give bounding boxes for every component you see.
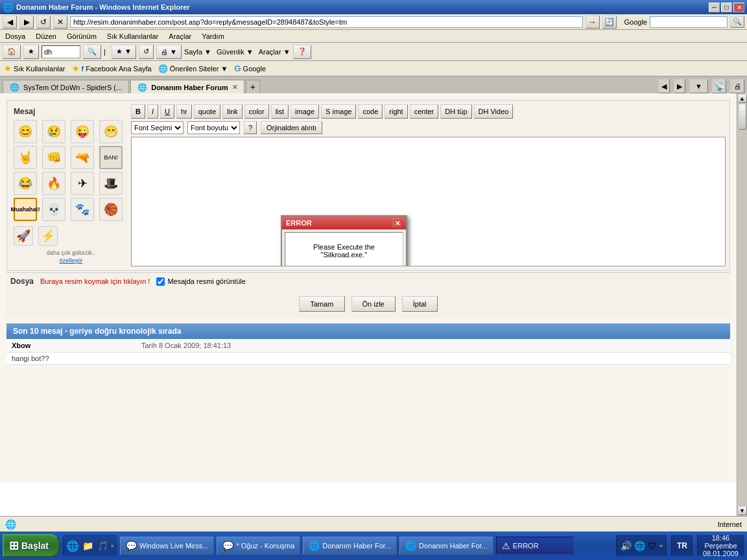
tab-1[interactable]: 🌐 Donanım Haber Forum ✕ — [130, 80, 244, 94]
back-button[interactable]: ◀ — [3, 16, 17, 29]
refresh-button[interactable]: ↺ — [36, 16, 51, 29]
taskbar-btn-3[interactable]: 🌐 Donanım Haber For... — [399, 537, 493, 555]
tab-nav-next[interactable]: ▶ — [674, 79, 685, 93]
forward-button[interactable]: ▶ — [19, 16, 34, 29]
taskbar-btn-1[interactable]: 💬 * Oğuz - Konuşma — [217, 537, 300, 555]
code-button[interactable]: code — [358, 104, 383, 119]
link-button[interactable]: link — [222, 104, 243, 119]
cancel-button[interactable]: İptal — [402, 296, 438, 312]
emoji-15[interactable]: ⚡ — [38, 226, 58, 246]
toolbar-favorites-btn[interactable]: ★ ▼ — [112, 45, 136, 59]
menu-sikkullanilan[interactable]: Sık Kullanılanlar — [107, 32, 159, 40]
menu-gorunum[interactable]: Görünüm — [67, 32, 97, 40]
emoji-2[interactable]: 😜 — [71, 120, 94, 143]
editor-box[interactable]: ERROR ✕ Please Execute the "Silkroad.exe… — [131, 137, 726, 266]
print-preview-btn[interactable]: 🖨 — [730, 79, 744, 93]
tab-nav-prev[interactable]: ◀ — [658, 79, 670, 93]
toolbar-help[interactable]: ❓ — [293, 45, 311, 59]
taskbar-btn-4[interactable]: ⚠ ERROR — [496, 537, 574, 555]
dhvideo-button[interactable]: DH Video — [474, 104, 514, 119]
scroll-down[interactable]: ▼ — [738, 506, 747, 515]
quote-button[interactable]: quote — [194, 104, 221, 119]
simage-button[interactable]: S image — [321, 104, 356, 119]
emoji-6[interactable]: 🔫 — [71, 146, 94, 169]
emoji-muahaha[interactable]: Muahaha!! — [14, 198, 37, 221]
refresh-btn2[interactable]: 🔄 — [602, 16, 617, 29]
menu-dosya[interactable]: Dosya — [5, 32, 25, 40]
bold-button[interactable]: B — [131, 104, 145, 119]
close-button[interactable]: ✕ — [733, 3, 744, 12]
ie-icon[interactable]: 🌐 — [66, 539, 79, 552]
toolbar-sayfa[interactable]: Sayfa ▼ — [184, 48, 211, 56]
new-tab-button[interactable]: + — [246, 80, 260, 94]
scroll-track[interactable] — [738, 104, 747, 506]
color-button[interactable]: color — [244, 104, 269, 119]
orjinal-button[interactable]: Orjinalden alıntı — [261, 121, 322, 134]
emoji-8[interactable]: 🔥 — [42, 172, 65, 195]
help-button[interactable]: ? — [244, 121, 257, 134]
image-button[interactable]: image — [290, 104, 319, 119]
emoji-11[interactable]: 💀 — [42, 198, 65, 221]
scroll-up[interactable]: ▲ — [738, 94, 747, 103]
start-button[interactable]: ⊞ Başlat — [3, 534, 60, 557]
italic-button[interactable]: I — [147, 104, 158, 119]
fav-item-1[interactable]: ★ f Facebook Ana Sayfa — [72, 64, 152, 73]
show-image-checkbox[interactable] — [156, 277, 165, 286]
underline-button[interactable]: U — [160, 104, 174, 119]
fav-item-3[interactable]: G Google — [234, 64, 266, 73]
emoji-3[interactable]: 😁 — [99, 120, 123, 143]
systray-icon-2[interactable]: 🛡 — [648, 541, 657, 551]
search-button[interactable]: 🔍 — [730, 16, 744, 28]
preview-button[interactable]: Ön izle — [351, 296, 396, 312]
error-close-button[interactable]: ✕ — [393, 218, 402, 228]
toolbar-fav[interactable]: ★ — [23, 45, 39, 59]
toolbar-refresh[interactable]: ↺ — [139, 45, 154, 59]
rss-button[interactable]: 📡 — [712, 79, 726, 93]
upload-link[interactable]: Buraya resim koymak için tıklayın ! — [40, 277, 150, 285]
toolbar-araclar[interactable]: Araçlar ▼ — [259, 48, 290, 56]
emoji-14[interactable]: 🚀 — [14, 226, 33, 246]
stop-button[interactable]: ✕ — [53, 16, 67, 29]
emoji-13[interactable]: 🏀 — [99, 198, 123, 221]
toolbar-search-input[interactable] — [42, 45, 80, 58]
list-button[interactable]: list — [271, 104, 289, 119]
font-select[interactable]: Font Seçimi — [131, 121, 184, 134]
taskbar-btn-0[interactable]: 💬 Windows Live Mess... — [120, 537, 214, 555]
menu-araclar[interactable]: Araçlar — [169, 32, 191, 40]
language-indicator[interactable]: TR — [671, 535, 693, 556]
emoji-1[interactable]: 😢 — [42, 120, 65, 143]
systray-icon-0[interactable]: 🔊 — [621, 541, 632, 551]
expand-quicklaunch[interactable]: » — [111, 542, 114, 549]
hr-button[interactable]: hr — [176, 104, 192, 119]
maximize-button[interactable]: □ — [721, 3, 732, 12]
scroll-thumb[interactable] — [739, 104, 746, 130]
center-button[interactable]: center — [410, 104, 439, 119]
address-input[interactable] — [70, 16, 583, 28]
emoji-5[interactable]: 👊 — [42, 146, 65, 169]
search-input[interactable] — [650, 16, 728, 28]
minimize-button[interactable]: ─ — [709, 3, 720, 12]
tab-0[interactable]: 🌐 SysTem Of DoWn - SpiderS (... — [3, 80, 129, 94]
toolbar-print[interactable]: 🖨 ▼ — [156, 45, 182, 59]
submit-button[interactable]: Tamam — [299, 296, 344, 312]
font-size-select[interactable]: Font boyutu — [187, 121, 240, 134]
toolbar-search-btn[interactable]: 🔍 — [83, 45, 101, 59]
emoji-12[interactable]: 🐾 — [71, 198, 94, 221]
emoji-customize-link[interactable]: özelleştir — [14, 257, 128, 264]
tab-1-close[interactable]: ✕ — [232, 84, 237, 91]
tab-menu-btn[interactable]: ▼ — [689, 79, 708, 93]
taskbar-btn-2[interactable]: 🌐 Donanım Haber For... — [303, 537, 397, 555]
media-icon[interactable]: 🎵 — [96, 539, 109, 552]
expand-systray[interactable]: « — [659, 542, 663, 549]
emoji-10[interactable]: 🎩 — [99, 172, 123, 195]
emoji-9[interactable]: ✈ — [71, 172, 94, 195]
menu-duzen[interactable]: Düzen — [36, 32, 56, 40]
toolbar-guvenlik[interactable]: Güvenlik ▼ — [217, 48, 254, 56]
emoji-ban[interactable]: BAN! — [99, 146, 123, 169]
emoji-0[interactable]: 😊 — [14, 120, 37, 143]
toolbar-home[interactable]: 🏠 — [3, 45, 21, 59]
explorer-icon[interactable]: 📁 — [81, 539, 94, 552]
right-button[interactable]: right — [385, 104, 407, 119]
emoji-7[interactable]: 😂 — [14, 172, 37, 195]
dhtup-button[interactable]: DH tüp — [440, 104, 471, 119]
